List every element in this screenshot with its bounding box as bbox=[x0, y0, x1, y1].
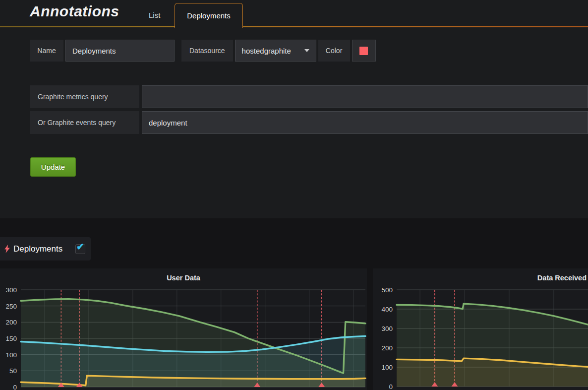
color-label: Color bbox=[318, 40, 350, 62]
y-axis-tick-label: 500 bbox=[381, 286, 393, 294]
y-axis-tick-label: 250 bbox=[5, 303, 17, 310]
panel-data-received: Data Received 0100200300400500 bbox=[373, 268, 588, 390]
annotation-toggle-checkbox[interactable]: ✔ bbox=[75, 244, 85, 254]
header-accent-underline bbox=[0, 26, 588, 27]
y-axis-tick-label: 300 bbox=[381, 325, 393, 332]
annotation-toggle-label: Deployments bbox=[13, 244, 62, 254]
checkmark-icon: ✔ bbox=[76, 241, 84, 253]
color-picker-button[interactable] bbox=[352, 40, 376, 62]
user-data-chart[interactable]: 050100150200250300 bbox=[0, 268, 367, 390]
tab-deployments-label: Deployments bbox=[187, 11, 231, 20]
metrics-query-row: Graphite metrics query bbox=[30, 85, 588, 108]
name-input[interactable] bbox=[65, 40, 175, 62]
annotation-settings-row: Name Datasource hostedgraphite Color bbox=[30, 40, 376, 62]
panel-title-data-received[interactable]: Data Received bbox=[537, 274, 587, 282]
events-query-row: Or Graphite events query bbox=[30, 111, 588, 134]
panel-title-user-data[interactable]: User Data bbox=[0, 268, 367, 282]
name-label: Name bbox=[30, 40, 63, 62]
tab-list[interactable]: List bbox=[144, 3, 165, 27]
datasource-select[interactable]: hostedgraphite bbox=[235, 40, 316, 62]
y-axis-tick-label: 150 bbox=[5, 335, 17, 342]
tab-list-label: List bbox=[149, 11, 160, 19]
update-button[interactable]: Update bbox=[30, 157, 76, 177]
events-query-input[interactable] bbox=[142, 111, 588, 134]
tab-deployments[interactable]: Deployments bbox=[175, 3, 243, 28]
y-axis-tick-label: 0 bbox=[13, 384, 17, 390]
y-axis-tick-label: 0 bbox=[389, 383, 393, 390]
datasource-label: Datasource bbox=[181, 40, 233, 62]
page-title: Annotations bbox=[30, 3, 119, 20]
annotation-toggle-badge[interactable]: Deployments ✔ bbox=[0, 237, 91, 260]
y-axis-tick-label: 100 bbox=[5, 351, 17, 359]
chevron-down-icon bbox=[304, 49, 309, 52]
data-received-chart[interactable]: 0100200300400500 bbox=[373, 268, 588, 390]
metrics-query-label: Graphite metrics query bbox=[30, 85, 139, 108]
datasource-selected-value: hostedgraphite bbox=[242, 47, 291, 55]
lightning-bolt-icon bbox=[4, 245, 10, 253]
y-axis-tick-label: 100 bbox=[381, 364, 393, 371]
metrics-query-input[interactable] bbox=[142, 85, 588, 108]
y-axis-tick-label: 200 bbox=[381, 344, 393, 352]
y-axis-tick-label: 300 bbox=[5, 286, 17, 294]
color-swatch bbox=[359, 47, 368, 55]
y-axis-tick-label: 200 bbox=[5, 319, 17, 326]
annotations-editor-section: Annotations List Deployments Name Dataso… bbox=[0, 0, 588, 218]
y-axis-tick-label: 50 bbox=[9, 367, 17, 375]
y-axis-tick-label: 400 bbox=[381, 306, 393, 313]
events-query-label: Or Graphite events query bbox=[30, 111, 139, 134]
panel-user-data: User Data 050100150200250300 bbox=[0, 268, 367, 390]
